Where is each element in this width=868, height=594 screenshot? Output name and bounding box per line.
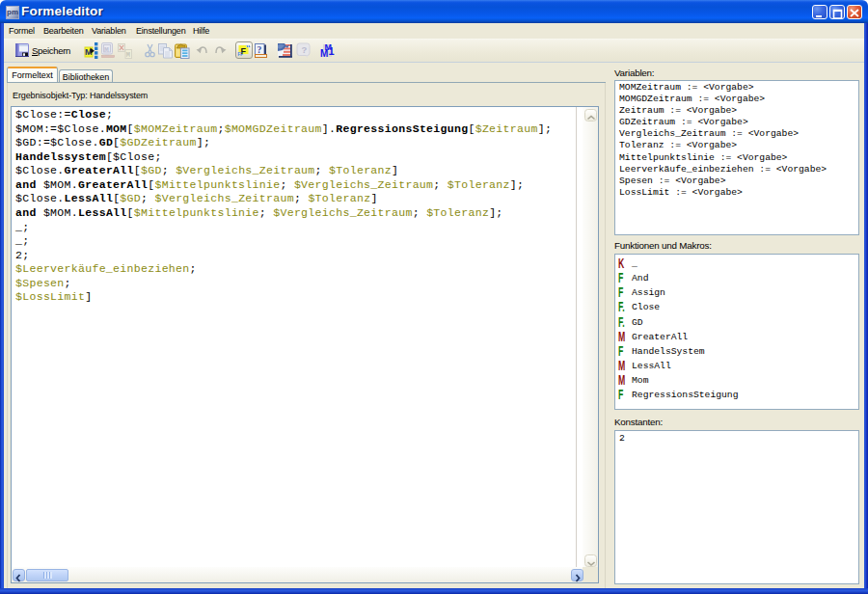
svg-text:1: 1 <box>329 45 335 57</box>
svg-text:?: ? <box>302 44 308 55</box>
svg-text:FF: FF <box>238 52 244 57</box>
svg-text:M: M <box>126 51 130 59</box>
svg-text:M: M <box>104 45 109 54</box>
svg-text:?: ? <box>258 45 262 55</box>
svg-text:M: M <box>320 48 328 59</box>
